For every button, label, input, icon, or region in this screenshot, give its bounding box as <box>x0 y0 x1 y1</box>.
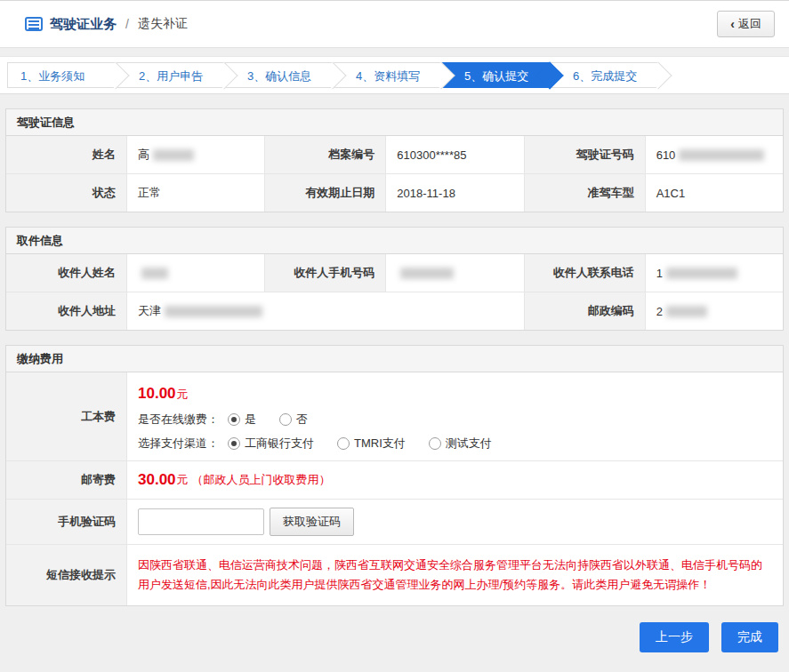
radio-channel-test-label: 测试支付 <box>446 436 492 452</box>
license-info-section: 驾驶证信息 姓名 高 档案编号 610300****85 驾驶证号码 610 状… <box>5 108 784 212</box>
radio-unselected-icon <box>337 437 350 450</box>
step-4-fill-data[interactable]: 4、资料填写 <box>333 62 441 88</box>
recipient-mobile-value <box>386 254 523 292</box>
license-info-table: 姓名 高 档案编号 610300****85 驾驶证号码 610 状态 正常 有… <box>6 136 783 212</box>
file-number-label: 档案编号 <box>265 136 385 173</box>
breadcrumb: 驾驶证业务 / 遗失补证 <box>25 16 188 33</box>
pickup-section-title: 取件信息 <box>6 228 783 254</box>
breadcrumb-current: 遗失补证 <box>138 16 188 32</box>
pickup-info-section: 取件信息 收件人姓名 收件人手机号码 收件人联系电话 1 收件人地址 天津 邮政… <box>5 227 784 331</box>
payment-table: 工本费 10.00元 是否在线缴费： 是 否 选 <box>6 372 783 605</box>
name-label: 姓名 <box>6 136 126 173</box>
finish-button[interactable]: 完成 <box>721 622 778 652</box>
masked-data <box>666 306 707 317</box>
masked-data <box>153 149 194 161</box>
step-5-confirm-submit[interactable]: 5、确认提交 <box>441 62 550 88</box>
sms-code-input[interactable] <box>138 508 264 535</box>
production-fee-content: 10.00元 是否在线缴费： 是 否 选择支付渠道： <box>127 372 783 460</box>
radio-channel-test[interactable]: 测试支付 <box>429 436 492 452</box>
production-fee-unit: 元 <box>177 388 189 401</box>
sms-notice-content: 因陕西省联通、电信运营商技术问题，陕西省互联网交通安全综合服务管理平台无法向持陕… <box>127 545 783 605</box>
production-fee-amount-line: 10.00元 <box>138 385 770 403</box>
expiry-value: 2018-11-18 <box>386 174 523 212</box>
pickup-info-table: 收件人姓名 收件人手机号码 收件人联系电话 1 收件人地址 天津 邮政编码 2 <box>6 254 783 330</box>
step-6-complete-submit[interactable]: 6、完成提交 <box>550 62 658 88</box>
mailing-fee-content: 30.00元（邮政人员上门收取费用） <box>127 461 783 499</box>
recipient-phone-value: 1 <box>646 254 783 292</box>
payment-channel-question: 选择支付渠道： <box>138 436 219 452</box>
mailing-fee-note: （邮政人员上门收取费用） <box>192 472 331 488</box>
recipient-name-value <box>127 254 264 292</box>
footer-actions: 上一步 完成 <box>11 622 778 652</box>
sms-notice-text: 因陕西省联通、电信运营商技术问题，陕西省互联网交通安全综合服务管理平台无法向持陕… <box>138 556 769 595</box>
radio-unselected-icon <box>279 413 292 426</box>
file-number-value: 610300****85 <box>386 136 523 173</box>
recipient-address-label: 收件人地址 <box>6 292 126 330</box>
production-fee-amount: 10.00 <box>138 385 176 402</box>
chevron-left-icon: ‹ <box>730 18 735 30</box>
payment-section-title: 缴纳费用 <box>6 346 783 372</box>
mailing-fee-amount: 30.00 <box>138 471 176 489</box>
sms-code-label: 手机验证码 <box>6 500 126 544</box>
back-button-label: 返回 <box>738 16 761 32</box>
payment-section: 缴纳费用 工本费 10.00元 是否在线缴费： 是 否 <box>5 345 784 606</box>
radio-online-no[interactable]: 否 <box>279 412 308 428</box>
recipient-name-label: 收件人姓名 <box>6 254 126 292</box>
recipient-phone-label: 收件人联系电话 <box>525 254 645 292</box>
recipient-address-text: 天津 <box>138 303 161 319</box>
get-sms-code-button[interactable]: 获取验证码 <box>270 508 354 536</box>
license-number-label: 驾驶证号码 <box>525 136 645 173</box>
license-number-value: 610 <box>646 136 783 173</box>
payment-channel-row: 选择支付渠道： 工商银行支付 TMRI支付 测试支付 <box>138 436 770 452</box>
license-number-text: 610 <box>656 148 676 162</box>
expiry-label: 有效期止日期 <box>265 174 385 212</box>
radio-online-no-label: 否 <box>296 412 308 428</box>
postcode-label: 邮政编码 <box>525 292 645 330</box>
postcode-text: 2 <box>656 305 663 318</box>
postcode-value: 2 <box>646 292 783 330</box>
radio-unselected-icon <box>429 437 441 450</box>
sms-notice-label: 短信接收提示 <box>6 545 126 605</box>
previous-step-button[interactable]: 上一步 <box>640 622 709 652</box>
steps-nav: 1、业务须知 2、用户申告 3、确认信息 4、资料填写 5、确认提交 6、完成提… <box>0 56 789 94</box>
recipient-address-value: 天津 <box>127 292 524 330</box>
mailing-fee-label: 邮寄费 <box>6 461 126 499</box>
license-section-title: 驾驶证信息 <box>6 109 783 136</box>
breadcrumb-divider: / <box>125 17 129 31</box>
masked-data <box>400 268 454 279</box>
radio-channel-icbc[interactable]: 工商银行支付 <box>228 436 314 452</box>
radio-selected-icon <box>228 413 240 426</box>
document-icon <box>25 17 43 31</box>
step-1-business-notice[interactable]: 1、业务须知 <box>7 62 116 88</box>
name-value: 高 <box>127 136 264 173</box>
online-payment-question: 是否在线缴费： <box>138 412 219 428</box>
mailing-fee-unit: 元 <box>177 472 189 488</box>
radio-channel-icbc-label: 工商银行支付 <box>245 436 314 452</box>
recipient-phone-text: 1 <box>656 267 663 280</box>
status-label: 状态 <box>6 174 126 212</box>
radio-selected-icon <box>228 437 240 450</box>
step-3-confirm-info[interactable]: 3、确认信息 <box>224 62 333 88</box>
production-fee-label: 工本费 <box>6 372 126 460</box>
masked-data <box>141 268 168 279</box>
step-2-user-declaration[interactable]: 2、用户申告 <box>116 62 224 88</box>
vehicle-class-value: A1C1 <box>646 174 783 212</box>
radio-channel-tmri[interactable]: TMRI支付 <box>337 436 406 452</box>
masked-data <box>666 268 737 279</box>
radio-online-yes[interactable]: 是 <box>228 412 256 428</box>
vehicle-class-label: 准驾车型 <box>525 174 645 212</box>
topbar: 驾驶证业务 / 遗失补证 ‹ 返回 <box>0 0 789 48</box>
online-payment-question-row: 是否在线缴费： 是 否 <box>138 412 770 428</box>
page: 驾驶证业务 / 遗失补证 ‹ 返回 1、业务须知 2、用户申告 3、确认信息 4… <box>0 0 789 672</box>
name-value-text: 高 <box>138 147 149 163</box>
masked-data <box>679 149 764 161</box>
page-title: 驾驶证业务 <box>50 16 117 33</box>
radio-online-yes-label: 是 <box>245 412 256 428</box>
radio-channel-tmri-label: TMRI支付 <box>354 436 406 452</box>
recipient-mobile-label: 收件人手机号码 <box>265 254 385 292</box>
masked-data <box>165 306 262 317</box>
sms-code-content: 获取验证码 <box>127 500 783 544</box>
status-value: 正常 <box>127 174 264 212</box>
back-button[interactable]: ‹ 返回 <box>717 11 775 37</box>
